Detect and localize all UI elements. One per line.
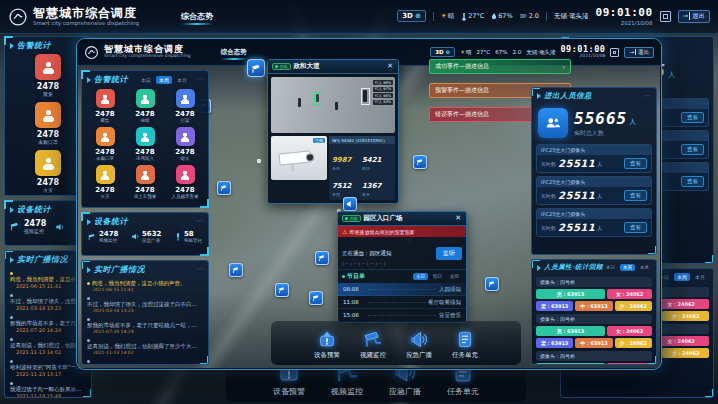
selected-camera-marker[interactable] <box>247 59 265 77</box>
alert-bar: ⚠ 即将播放最高级别的预警预案 <box>338 226 466 237</box>
alarm-tile[interactable]: 2478未戴口罩 <box>85 127 125 161</box>
tab-month[interactable]: 本月 <box>692 273 708 281</box>
detection-list: 行人 98% 行人 97% 行人 95% 行人 93% <box>373 80 393 105</box>
attribute-panel: 人员属性·统计回顾 本日 本周 本月 摄像头：四号桥 男：63913女：2406… <box>531 259 657 365</box>
tab-month[interactable]: 本月 <box>174 76 190 84</box>
gate-card: IPC25北大门摄像头 实时数25511人查看 <box>536 208 652 237</box>
progress-ticks[interactable]: |—|—|—|—|—| <box>342 261 392 266</box>
pill-female: 女：24062 <box>607 363 652 365</box>
alarm-tile[interactable]: 2478人员越界告警 <box>165 165 205 199</box>
globe-icon: ⊕ <box>415 12 421 20</box>
broadcast-item[interactable]: 不过，我却愣了很久，没想过这孩子白不白的问题？2021-03-14 13:23 <box>82 293 208 314</box>
camera-device-no: 编号-58362 (41B1E1D591) <box>329 136 395 144</box>
schedule-tab-tomorrow[interactable]: 明日 <box>430 273 445 280</box>
dock-task-unit[interactable]: 任务单元 <box>452 330 478 360</box>
tab-week[interactable]: 本周 <box>156 76 172 84</box>
exit-button[interactable]: → 退出 <box>678 10 710 23</box>
broadcast-marker[interactable] <box>343 197 357 211</box>
broadcast-item[interactable]: 那我的市场差不多，老子只要站稳儿一站，工要之气每…2021-07-20 14:2… <box>82 314 208 335</box>
alarm-tile[interactable]: 2478渣土车预警 <box>125 165 165 199</box>
camera-marker[interactable] <box>309 291 323 305</box>
broadcast-panel: 实时广播情况 ⋯ 阎造，我当到清楚，这是小猫的声音。2021-06-15 11:… <box>81 260 209 365</box>
view-button[interactable]: 查看 <box>624 190 647 201</box>
close-icon[interactable]: ✕ <box>454 215 462 222</box>
camera-marker[interactable] <box>217 181 231 195</box>
3d-view-badge[interactable]: 三维 <box>313 138 325 143</box>
pill-female: 女：24062 <box>607 289 652 299</box>
more-icon[interactable]: ⋯ <box>196 76 203 83</box>
camera-marker[interactable] <box>229 263 243 277</box>
more-icon[interactable]: ⋯ <box>644 93 651 100</box>
schedule-tab-all[interactable]: 全部 <box>447 273 462 280</box>
tab-overview[interactable]: 综合态势 <box>181 11 213 22</box>
app-subtitle: Smart city comprehensive dispatching <box>104 54 191 59</box>
attribute-group: 摄像头：四号桥 男：63913女：24062 老：63913中：63913少：2… <box>536 314 652 348</box>
camera-marker[interactable] <box>315 251 329 265</box>
title-marker <box>537 265 541 271</box>
broadcast-item[interactable]: 阎造，我当到清楚，这是小猫的声音。2021-06-15 11:41 <box>82 278 208 293</box>
view-button[interactable]: 查看 <box>681 144 704 155</box>
smart-city-dashboard: 智慧城市综合调度 Smart city comprehensive dispat… <box>0 0 718 404</box>
speaker-icon <box>55 222 65 232</box>
fullscreen-icon[interactable] <box>610 48 619 57</box>
toast-success[interactable]: 成功事件—描述信息› <box>429 59 571 74</box>
more-icon[interactable]: ⋯ <box>196 266 203 273</box>
dock-broadcast[interactable]: 应急广播 <box>406 330 432 360</box>
fullscreen-icon[interactable] <box>660 11 671 22</box>
alarm-tile[interactable]: 2478烟火 <box>165 127 205 161</box>
brand: 智慧城市综合调度 Smart city comprehensive dispat… <box>8 7 139 27</box>
tab-day[interactable]: 本日 <box>603 264 618 271</box>
schedule-row[interactable]: 11:08餐厅取餐须知 <box>338 296 466 309</box>
tab-day[interactable]: 本日 <box>138 76 154 84</box>
video-feed[interactable]: 行人 98% 行人 97% 行人 95% 行人 93% <box>271 77 395 133</box>
total-label: 实时总人数 <box>574 129 636 138</box>
sun-icon: ☀ <box>441 12 447 20</box>
attribute-group: 摄像头：四号桥 男：63913女：24062 老：63913中：63913少：2… <box>536 351 652 365</box>
wind: 2.0 <box>512 49 521 55</box>
tab-week[interactable]: 本周 <box>620 264 635 271</box>
camera-marker[interactable] <box>485 277 499 291</box>
alarm-tile[interactable]: 2478打架 <box>165 89 205 123</box>
tab-month[interactable]: 本月 <box>637 264 652 271</box>
alarm-tile[interactable]: 2478违规闯入 <box>125 127 165 161</box>
device-panel: 设备统计 ⋯ 2478视频监控 5632应急广播 58智能音柱 <box>81 212 209 256</box>
3d-mode-toggle[interactable]: 3D ⊕ <box>397 10 426 22</box>
temperature: 27°C <box>477 49 491 55</box>
view-button[interactable]: 查看 <box>624 222 647 233</box>
tab-overview[interactable]: 综合态势 <box>221 48 247 57</box>
online-badge: 在线 <box>342 215 361 222</box>
temperature: 27°C <box>461 12 484 21</box>
schedule-tab-today[interactable]: 今日 <box>413 273 428 280</box>
dock-video-monitor[interactable]: 视频监控 <box>360 330 386 360</box>
broadcast-item[interactable]: 我通过镜子向一颗心脏展示一番好不可言的磨缝视频…2021-11-19 15:48 <box>5 378 91 398</box>
chevron-right-icon: › <box>563 63 565 70</box>
people-icon <box>538 108 568 138</box>
camera-marker[interactable] <box>413 155 427 169</box>
schedule-row[interactable]: 08:08入园须知 <box>338 283 466 296</box>
alarm-tile[interactable]: 2478火灾 <box>85 165 125 199</box>
broadcast-item[interactable]: 还真别说，我幻想过，估刻挑廊了至少个大设置模造…2021-11-13 14:02 <box>82 335 208 356</box>
fire-icon <box>96 165 115 184</box>
alarm-tile[interactable]: 2478聚集 <box>85 89 125 123</box>
pill-young: 少：24062 <box>615 301 652 311</box>
camera-marker[interactable] <box>275 283 289 297</box>
exit-button[interactable]: →退出 <box>624 47 654 58</box>
camera-icon <box>10 222 21 231</box>
broadcast-item[interactable]: 哈利波特里的“阿兹卡班”一会自己发行的圣诞，整个…2021-11-23 13:1… <box>82 356 208 365</box>
camera-popup-title: 政和大道 <box>294 62 320 71</box>
3d-mode-toggle[interactable]: 3D⊕ <box>430 47 455 57</box>
more-icon[interactable]: ⋯ <box>196 218 203 225</box>
dock-device-alert[interactable]: 设备预警 <box>314 330 340 360</box>
close-icon[interactable]: ✕ <box>386 63 394 70</box>
pill-old: 老：63913 <box>536 338 573 348</box>
app-title: 智慧城市综合调度 <box>33 7 139 20</box>
tab-week[interactable]: 本周 <box>674 273 690 281</box>
view-button[interactable]: 查看 <box>681 176 704 187</box>
alarm-tile[interactable]: 2478抽烟 <box>125 89 165 123</box>
dispatch-window: 智慧城市综合调度 Smart city comprehensive dispat… <box>76 38 662 370</box>
view-button[interactable]: 查看 <box>681 112 704 123</box>
listen-button[interactable]: 监听 <box>436 247 462 260</box>
view-button[interactable]: 查看 <box>624 158 647 169</box>
total-count: 55665 <box>574 109 627 128</box>
pill-female: 女：24062 <box>607 326 652 336</box>
